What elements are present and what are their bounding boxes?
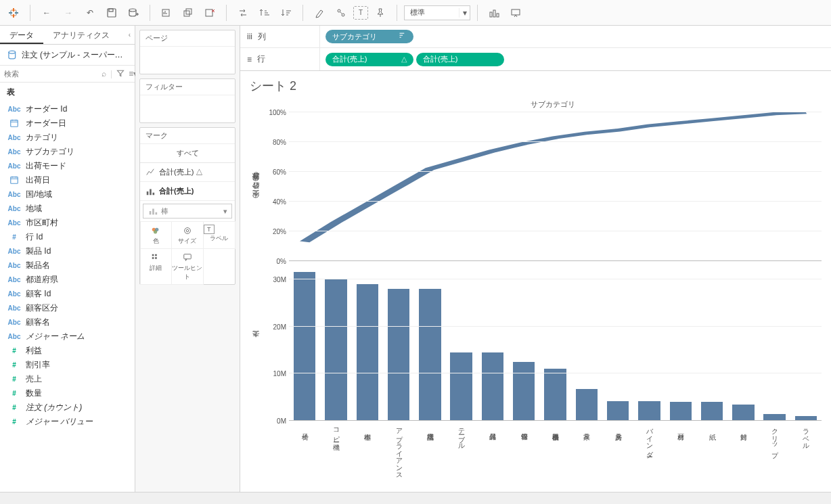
field-item[interactable]: #売上 (0, 372, 135, 386)
field-type-icon: Abc (7, 248, 22, 255)
filters-card: フィルター (139, 78, 235, 123)
new-datasource-icon[interactable] (124, 3, 143, 22)
field-list: Abcオーダー Idオーダー日AbcカテゴリAbcサブカテゴリAbc出荷モード出… (0, 102, 135, 492)
marks-color-button[interactable]: 色 (140, 221, 173, 249)
new-worksheet-icon[interactable] (157, 3, 176, 22)
undo-redo-icon[interactable]: ↶ (81, 3, 99, 22)
mark-type-dropdown[interactable]: 棒 ▾ (143, 204, 232, 219)
presentation-icon[interactable] (506, 3, 525, 22)
fit-dropdown[interactable]: 標準 ▾ (404, 5, 470, 20)
tab-analytics[interactable]: アナリティクス (43, 26, 119, 44)
field-name: 注文 (カウント) (26, 402, 82, 413)
clear-sheet-icon[interactable] (200, 3, 219, 22)
field-item[interactable]: #行 Id (0, 230, 135, 244)
filters-shelf[interactable] (140, 95, 235, 122)
field-type-icon: # (7, 233, 22, 241)
marks-size-button[interactable]: サイズ (171, 221, 204, 249)
field-type-icon: Abc (7, 276, 22, 283)
marks-tab-bar[interactable]: 合計(売上) (140, 182, 235, 201)
bar[interactable] (325, 279, 346, 421)
pill-sum-sales-1[interactable]: 合計(売上) △ (325, 53, 413, 66)
sort-desc-icon[interactable] (277, 3, 296, 22)
calendar-icon (7, 175, 22, 186)
pages-shelf[interactable] (140, 47, 235, 74)
field-type-icon: # (7, 404, 22, 411)
search-icon[interactable]: ⌕ (102, 69, 106, 78)
calendar-icon (7, 118, 22, 129)
svg-point-32 (154, 230, 157, 233)
svg-rect-35 (152, 254, 154, 256)
text-icon[interactable]: T (353, 6, 368, 20)
bar[interactable] (670, 402, 692, 421)
bar[interactable] (544, 369, 566, 421)
field-item[interactable]: Abc出荷モード (0, 159, 135, 173)
forward-icon[interactable]: → (59, 3, 78, 22)
bar[interactable] (732, 405, 754, 421)
field-item[interactable]: #注文 (カウント) (0, 400, 135, 415)
bar[interactable] (576, 389, 598, 421)
marks-tab-all[interactable]: すべて (140, 144, 235, 162)
bar[interactable] (388, 289, 409, 421)
field-item[interactable]: Abc国/地域 (0, 187, 135, 202)
field-item[interactable]: Abc製品 Id (0, 244, 135, 258)
field-item[interactable]: オーダー日 (0, 116, 135, 131)
search-input[interactable] (4, 70, 97, 78)
datasource-row[interactable]: 注文 (サンプル - スーパース… (0, 45, 135, 65)
sort-asc-icon[interactable] (255, 3, 274, 22)
bar[interactable] (450, 352, 472, 421)
bar[interactable] (607, 401, 629, 421)
svg-point-34 (186, 229, 189, 232)
marks-label-button[interactable]: Tラベル (203, 221, 235, 249)
field-item[interactable]: Abcカテゴリ (0, 131, 135, 145)
field-item[interactable]: Abcオーダー Id (0, 102, 135, 116)
bar[interactable] (701, 402, 723, 421)
back-icon[interactable]: ← (37, 3, 56, 22)
field-item[interactable]: Abc顧客区分 (0, 301, 135, 315)
columns-shelf[interactable]: iii列 サブカテゴリ (240, 26, 831, 48)
field-item[interactable]: #メジャー バリュー (0, 415, 135, 429)
marks-detail-button[interactable]: 詳細 (140, 248, 173, 285)
field-item[interactable]: 出荷日 (0, 173, 135, 187)
bar-chart[interactable] (289, 265, 822, 421)
bar[interactable] (357, 284, 378, 421)
field-type-icon: # (7, 390, 22, 397)
field-item[interactable]: Abc地域 (0, 202, 135, 216)
field-item[interactable]: Abcメジャー ネーム (0, 329, 135, 344)
field-item[interactable]: Abc都道府県 (0, 273, 135, 287)
bar[interactable] (294, 272, 315, 421)
bar[interactable] (419, 289, 441, 421)
collapse-pane-icon[interactable]: ‹ (129, 31, 131, 39)
rows-shelf[interactable]: ≡行 合計(売上) △ 合計(売上) (240, 48, 831, 70)
tab-data[interactable]: データ (0, 26, 43, 44)
field-item[interactable]: #数量 (0, 386, 135, 400)
field-item[interactable]: #利益 (0, 344, 135, 358)
marks-tooltip-button[interactable]: ツールヒント (171, 248, 204, 285)
group-icon[interactable] (332, 3, 351, 22)
save-icon[interactable] (102, 3, 121, 22)
show-me-icon[interactable] (485, 3, 503, 22)
logo-icon[interactable] (4, 3, 23, 22)
bar[interactable] (513, 362, 535, 421)
field-item[interactable]: Abcサブカテゴリ (0, 145, 135, 159)
filter-fields-icon[interactable] (116, 69, 125, 79)
svg-rect-13 (186, 9, 192, 14)
pill-sum-sales-2[interactable]: 合計(売上) (416, 53, 504, 66)
pill-subcategory[interactable]: サブカテゴリ (325, 30, 413, 43)
field-name: 顧客名 (26, 317, 50, 328)
swap-icon[interactable] (233, 3, 252, 22)
pin-icon[interactable] (371, 3, 390, 22)
field-item[interactable]: Abc顧客名 (0, 315, 135, 329)
marks-tab-line[interactable]: 合計(売上) △ (140, 163, 235, 182)
duplicate-icon[interactable] (179, 3, 198, 22)
bar[interactable] (482, 352, 503, 421)
field-type-icon: Abc (7, 205, 22, 212)
field-item[interactable]: #割引率 (0, 358, 135, 372)
field-item[interactable]: Abc顧客 Id (0, 287, 135, 301)
field-name: サブカテゴリ (26, 146, 74, 158)
highlight-icon[interactable] (310, 3, 329, 22)
field-item[interactable]: Abc市区町村 (0, 216, 135, 230)
bar[interactable] (638, 401, 660, 421)
line-chart[interactable] (289, 112, 822, 261)
field-type-icon: Abc (7, 319, 22, 326)
field-item[interactable]: Abc製品名 (0, 258, 135, 273)
